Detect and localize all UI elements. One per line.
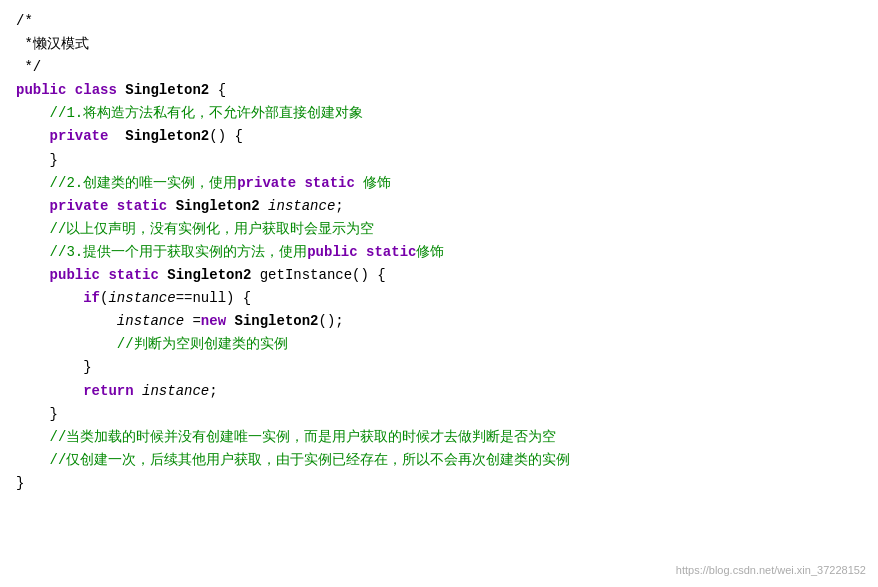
code-line-13: if(instance==null) {: [16, 287, 862, 310]
code-line-3: */: [16, 56, 862, 79]
code-line-6: private Singleton2() {: [16, 125, 862, 148]
code-line-16: }: [16, 356, 862, 379]
code-line-21: }: [16, 472, 862, 495]
watermark: https://blog.csdn.net/wei.xin_37228152: [676, 561, 866, 579]
code-line-8: //2.创建类的唯一实例，使用private static 修饰: [16, 172, 862, 195]
code-line-4: public class Singleton2 {: [16, 79, 862, 102]
code-line-14: instance =new Singleton2();: [16, 310, 862, 333]
code-line-20: //仅创建一次，后续其他用户获取，由于实例已经存在，所以不会再次创建类的实例: [16, 449, 862, 472]
code-line-9: private static Singleton2 instance;: [16, 195, 862, 218]
code-line-5: //1.将构造方法私有化，不允许外部直接创建对象: [16, 102, 862, 125]
code-line-18: }: [16, 403, 862, 426]
code-line-2: *懒汉模式: [16, 33, 862, 56]
code-line-15: //判断为空则创建类的实例: [16, 333, 862, 356]
code-line-12: public static Singleton2 getInstance() {: [16, 264, 862, 287]
code-line-7: }: [16, 149, 862, 172]
code-line-11: //3.提供一个用于获取实例的方法，使用public static修饰: [16, 241, 862, 264]
code-line-1: /*: [16, 10, 862, 33]
code-line-19: //当类加载的时候并没有创建唯一实例，而是用户获取的时候才去做判断是否为空: [16, 426, 862, 449]
code-block: /* *懒汉模式 */ public class Singleton2 { //…: [0, 0, 878, 587]
code-line-10: //以上仅声明，没有实例化，用户获取时会显示为空: [16, 218, 862, 241]
code-line-17: return instance;: [16, 380, 862, 403]
